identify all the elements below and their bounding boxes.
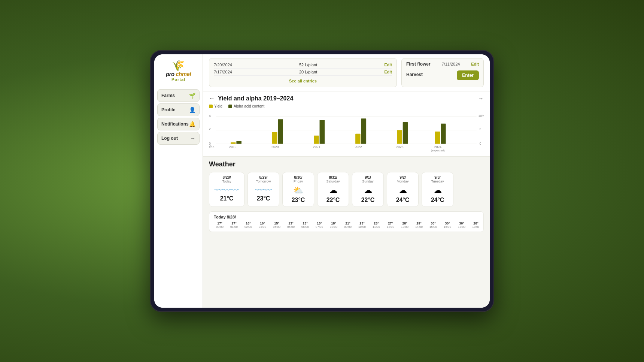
hourly-item: 30°15:00 bbox=[427, 221, 439, 229]
hourly-item: 15°04:00 bbox=[271, 221, 283, 229]
cloud-icon-6: ☁ bbox=[426, 185, 449, 195]
logo-icon: 🌾 bbox=[172, 60, 185, 71]
enter-harvest-button[interactable]: Enter bbox=[457, 70, 479, 80]
hourly-item: 28°13:00 bbox=[399, 221, 411, 229]
bell-icon: 🔔 bbox=[189, 121, 195, 127]
yield-chart: 4 2 0 t/ha 10% 6 0 2019 bbox=[209, 111, 484, 153]
svg-text:6: 6 bbox=[479, 127, 481, 131]
svg-text:2020: 2020 bbox=[271, 145, 279, 149]
sidebar-item-logout[interactable]: Log out → bbox=[157, 132, 200, 145]
svg-rect-26 bbox=[441, 124, 446, 144]
sidebar-item-profile[interactable]: Profile 👤 bbox=[157, 103, 200, 116]
cloud-icon-2: ⛅ bbox=[286, 185, 310, 195]
yield-color-dot bbox=[209, 105, 213, 108]
see-all-area: See all entries bbox=[214, 77, 392, 84]
logout-icon: → bbox=[190, 135, 195, 141]
hourly-item: 15°07:00 bbox=[313, 221, 325, 229]
hourly-item: 25°11:00 bbox=[370, 221, 382, 229]
svg-text:2: 2 bbox=[209, 127, 211, 131]
wind-icon-1: 〰〰 bbox=[252, 185, 275, 195]
app-subtitle: Portal bbox=[171, 77, 185, 82]
chart-title: Yield and alpha 2019–2024 bbox=[218, 95, 293, 102]
legend-alpha: Alpha acid content bbox=[228, 104, 264, 108]
svg-text:2019: 2019 bbox=[229, 145, 236, 149]
first-flower-row: First flower 7/11/2024 Edit bbox=[406, 61, 479, 67]
hourly-title: Today 8/28/ bbox=[214, 215, 479, 219]
tablet-screen: 🌾 pro chmel Portal Farms 🌱 Profile 👤 Not… bbox=[154, 54, 490, 308]
svg-rect-17 bbox=[320, 120, 325, 144]
weather-card-fri: 8/30/ Friday ⛅ 23°C bbox=[282, 172, 314, 207]
hourly-item: 17°01:00 bbox=[228, 221, 240, 229]
chart-section: ← Yield and alpha 2019–2024 → Yield Alph… bbox=[203, 91, 490, 157]
chart-legend: Yield Alpha acid content bbox=[209, 104, 484, 108]
hourly-temps: 17°00:0017°01:0016°02:0016°03:0015°04:00… bbox=[214, 221, 479, 229]
svg-rect-13 bbox=[272, 132, 277, 144]
hourly-item: 29°14:00 bbox=[413, 221, 425, 229]
hourly-item: 30°17:00 bbox=[456, 221, 468, 229]
sidebar-item-notifications[interactable]: Notifications 🔔 bbox=[157, 118, 200, 130]
hourly-section: Today 8/28/ 17°00:0017°01:0016°02:0016°0… bbox=[209, 211, 484, 232]
hourly-item: 13°06:00 bbox=[299, 221, 311, 229]
svg-rect-10 bbox=[231, 142, 236, 144]
profile-icon: 👤 bbox=[189, 107, 195, 113]
sidebar: 🌾 pro chmel Portal Farms 🌱 Profile 👤 Not… bbox=[154, 54, 203, 308]
hourly-item: 21°09:00 bbox=[342, 221, 354, 229]
hourly-item: 28°18:00 bbox=[470, 221, 479, 229]
svg-text:4: 4 bbox=[209, 114, 211, 118]
chart-back-button[interactable]: ← bbox=[209, 95, 215, 102]
svg-rect-23 bbox=[403, 122, 408, 144]
events-panel: First flower 7/11/2024 Edit Harvest Ente… bbox=[401, 58, 484, 87]
svg-rect-19 bbox=[355, 134, 361, 144]
edit-first-flower[interactable]: Edit bbox=[471, 62, 479, 66]
hourly-item: 16°03:00 bbox=[256, 221, 268, 229]
hourly-item: 17°00:00 bbox=[214, 221, 226, 229]
svg-rect-14 bbox=[278, 119, 283, 144]
hourly-item: 16°02:00 bbox=[242, 221, 254, 229]
svg-text:0: 0 bbox=[209, 142, 211, 145]
svg-text:2021: 2021 bbox=[313, 145, 320, 149]
svg-text:t/ha: t/ha bbox=[209, 145, 215, 149]
cloud-icon-5: ☁ bbox=[391, 185, 414, 195]
svg-text:10%: 10% bbox=[479, 114, 484, 118]
svg-rect-16 bbox=[314, 136, 319, 144]
weather-section: Weather 8/28/ Today 〰〰〰 21°C 8/29/ Tomor… bbox=[203, 157, 490, 308]
chart-header: ← Yield and alpha 2019–2024 → bbox=[209, 95, 484, 102]
entry-row: 7/17/2024 20 L/plant Edit bbox=[214, 69, 392, 76]
weather-card-mon: 9/2/ Monday ☁ 24°C bbox=[387, 172, 419, 207]
edit-entry-0[interactable]: Edit bbox=[384, 63, 392, 67]
svg-text:2022: 2022 bbox=[355, 145, 362, 149]
svg-rect-22 bbox=[397, 130, 402, 144]
weather-card-tomorrow: 8/29/ Tomorrow 〰〰 23°C bbox=[247, 172, 279, 207]
sidebar-item-farms[interactable]: Farms 🌱 bbox=[157, 89, 200, 102]
svg-text:2024: 2024 bbox=[434, 145, 441, 149]
alpha-color-dot bbox=[228, 105, 232, 108]
farms-icon: 🌱 bbox=[189, 93, 195, 99]
app-title: pro chmel bbox=[166, 71, 191, 77]
see-all-link[interactable]: See all entries bbox=[289, 79, 317, 83]
weather-cards: 8/28/ Today 〰〰〰 21°C 8/29/ Tomorrow 〰〰 2… bbox=[209, 172, 484, 207]
weather-title: Weather bbox=[209, 160, 484, 168]
svg-text:0: 0 bbox=[479, 142, 481, 145]
entries-panel: 7/20/2024 52 L/plant Edit 7/17/2024 20 L… bbox=[209, 58, 397, 87]
weather-card-today: 8/28/ Today 〰〰〰 21°C bbox=[209, 172, 244, 207]
cloud-icon-4: ☁ bbox=[356, 185, 380, 195]
svg-text:2023: 2023 bbox=[396, 145, 403, 149]
svg-rect-25 bbox=[435, 132, 440, 144]
logo-area: 🌾 pro chmel Portal bbox=[157, 60, 200, 82]
harvest-row: Harvest Enter bbox=[406, 69, 479, 80]
cloud-icon-3: ☁ bbox=[321, 185, 345, 195]
hourly-item: 23°10:00 bbox=[356, 221, 368, 229]
edit-entry-1[interactable]: Edit bbox=[384, 70, 392, 74]
svg-text:(expected): (expected) bbox=[431, 149, 445, 152]
chart-forward-button[interactable]: → bbox=[478, 95, 484, 102]
main-content: 7/20/2024 52 L/plant Edit 7/17/2024 20 L… bbox=[203, 54, 490, 308]
hourly-item: 30°16:00 bbox=[441, 221, 453, 229]
legend-yield: Yield bbox=[209, 104, 222, 108]
hourly-item: 18°08:00 bbox=[328, 221, 340, 229]
svg-rect-20 bbox=[361, 118, 367, 144]
weather-card-sun: 9/1/ Sunday ☁ 22°C bbox=[352, 172, 384, 207]
weather-card-tue: 9/3/ Tuesday ☁ 24°C bbox=[422, 172, 453, 207]
hourly-item: 27°12:00 bbox=[385, 221, 397, 229]
tablet-device: 🌾 pro chmel Portal Farms 🌱 Profile 👤 Not… bbox=[150, 50, 494, 312]
top-section: 7/20/2024 52 L/plant Edit 7/17/2024 20 L… bbox=[203, 54, 490, 91]
